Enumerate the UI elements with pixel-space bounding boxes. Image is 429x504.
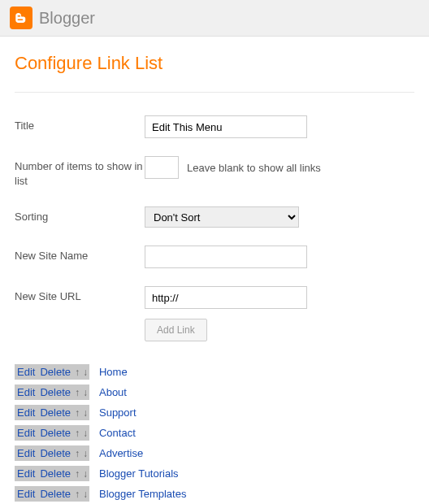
site-url-input[interactable]: [145, 286, 307, 309]
move-up-icon[interactable]: ↑: [73, 468, 81, 480]
move-down-icon[interactable]: ↓: [81, 489, 89, 500]
delete-link[interactable]: Delete: [37, 405, 73, 420]
link-controls: Edit Delete ↑ ↓: [15, 445, 89, 461]
link-row: Edit Delete ↑ ↓Home: [15, 364, 414, 380]
link-name[interactable]: Contact: [99, 427, 136, 439]
move-down-icon[interactable]: ↓: [81, 468, 89, 480]
link-controls: Edit Delete ↑ ↓: [15, 364, 89, 380]
link-row: Edit Delete ↑ ↓Blogger Templates: [15, 486, 414, 502]
link-controls: Edit Delete ↑ ↓: [15, 385, 89, 400]
move-up-icon[interactable]: ↑: [73, 428, 81, 439]
link-controls: Edit Delete ↑ ↓: [15, 425, 89, 441]
links-list: Edit Delete ↑ ↓HomeEdit Delete ↑ ↓AboutE…: [15, 364, 414, 502]
link-name[interactable]: About: [99, 386, 127, 398]
link-name[interactable]: Home: [99, 366, 128, 378]
move-down-icon[interactable]: ↓: [81, 387, 89, 398]
move-up-icon[interactable]: ↑: [73, 448, 81, 459]
items-count-hint: Leave blank to show all links: [187, 162, 321, 174]
link-controls: Edit Delete ↑ ↓: [15, 405, 89, 420]
delete-link[interactable]: Delete: [37, 466, 73, 481]
delete-link[interactable]: Delete: [37, 425, 73, 441]
move-up-icon[interactable]: ↑: [73, 489, 81, 500]
move-down-icon[interactable]: ↓: [81, 407, 89, 419]
link-name[interactable]: Blogger Tutorials: [99, 467, 179, 480]
link-name[interactable]: Support: [99, 406, 136, 419]
edit-link[interactable]: Edit: [15, 364, 37, 380]
page-title: Configure Link List: [15, 53, 414, 74]
link-controls: Edit Delete ↑ ↓: [15, 486, 89, 502]
site-name-label: New Site Name: [15, 245, 145, 263]
link-row: Edit Delete ↑ ↓Advertise: [15, 445, 414, 461]
link-name[interactable]: Blogger Templates: [99, 488, 186, 500]
divider: [15, 92, 414, 93]
move-up-icon[interactable]: ↑: [73, 387, 81, 398]
delete-link[interactable]: Delete: [37, 486, 73, 502]
title-input[interactable]: [145, 115, 307, 138]
add-link-button[interactable]: Add Link: [145, 319, 207, 341]
edit-link[interactable]: Edit: [15, 385, 37, 400]
link-name[interactable]: Advertise: [99, 447, 143, 459]
move-down-icon[interactable]: ↓: [81, 367, 89, 378]
items-count-input[interactable]: [145, 156, 179, 179]
delete-link[interactable]: Delete: [37, 385, 73, 400]
link-row: Edit Delete ↑ ↓About: [15, 385, 414, 400]
link-row: Edit Delete ↑ ↓Support: [15, 405, 414, 420]
edit-link[interactable]: Edit: [15, 425, 37, 441]
link-controls: Edit Delete ↑ ↓: [15, 466, 89, 481]
site-name-input[interactable]: [145, 245, 307, 268]
sorting-select[interactable]: Don't Sort: [145, 206, 299, 228]
edit-link[interactable]: Edit: [15, 445, 37, 461]
title-label: Title: [15, 115, 145, 133]
link-row: Edit Delete ↑ ↓Blogger Tutorials: [15, 466, 414, 481]
link-row: Edit Delete ↑ ↓Contact: [15, 425, 414, 441]
edit-link[interactable]: Edit: [15, 405, 37, 420]
move-down-icon[interactable]: ↓: [81, 448, 89, 459]
move-up-icon[interactable]: ↑: [73, 367, 81, 378]
move-down-icon[interactable]: ↓: [81, 428, 89, 439]
edit-link[interactable]: Edit: [15, 486, 37, 502]
blogger-logo-icon: [10, 7, 32, 29]
edit-link[interactable]: Edit: [15, 466, 37, 481]
delete-link[interactable]: Delete: [37, 364, 73, 380]
brand-name: Blogger: [39, 9, 95, 28]
sorting-label: Sorting: [15, 206, 145, 224]
move-up-icon[interactable]: ↑: [73, 407, 81, 419]
site-url-label: New Site URL: [15, 286, 145, 304]
items-count-label: Number of items to show in list: [15, 156, 145, 189]
delete-link[interactable]: Delete: [37, 445, 73, 461]
app-header: Blogger: [0, 0, 429, 37]
